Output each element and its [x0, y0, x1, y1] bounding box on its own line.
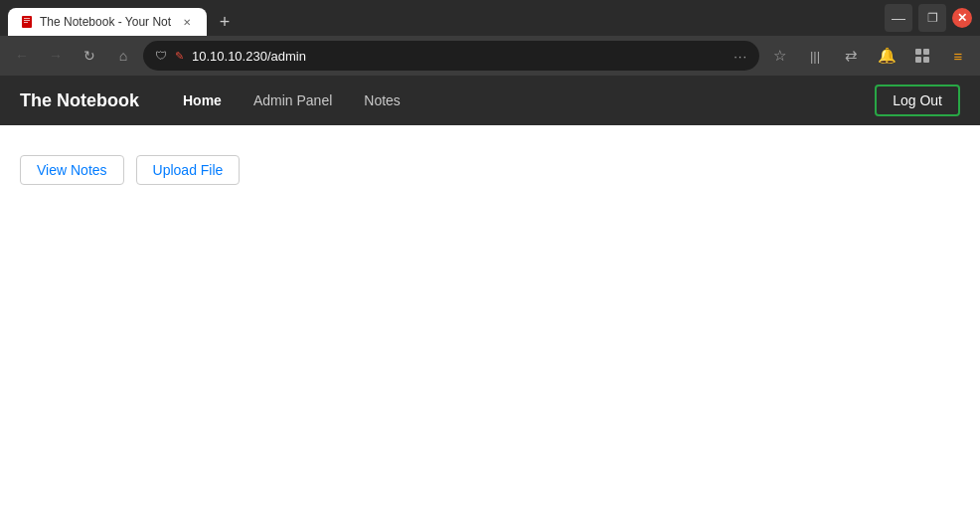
- nav-bar: ← → ↻ ⌂ 🛡 ✎ 10.10.10.230/admin ··· ☆ |||…: [0, 36, 980, 76]
- svg-rect-4: [915, 49, 921, 55]
- reload-button[interactable]: ↻: [76, 42, 103, 70]
- browser-tab[interactable]: The Notebook - Your Not ✕: [8, 8, 207, 36]
- svg-rect-1: [24, 18, 30, 19]
- title-bar: The Notebook - Your Not ✕ + — ❐ ✕: [0, 0, 980, 36]
- maximize-button[interactable]: ❐: [918, 4, 946, 32]
- window-controls: — ❐ ✕: [885, 4, 972, 32]
- close-button[interactable]: ✕: [952, 8, 972, 28]
- library-icon[interactable]: |||: [801, 42, 829, 70]
- view-notes-button[interactable]: View Notes: [20, 155, 124, 185]
- forward-icon: →: [49, 48, 63, 64]
- apps-grid-icon[interactable]: [908, 42, 936, 70]
- back-button[interactable]: ←: [8, 42, 36, 70]
- tab-title: The Notebook - Your Not: [40, 15, 173, 29]
- address-bar[interactable]: 🛡 ✎ 10.10.10.230/admin ···: [143, 41, 759, 71]
- upload-file-button[interactable]: Upload File: [136, 155, 241, 185]
- sync-icon[interactable]: ⇄: [837, 42, 865, 70]
- home-icon: ⌂: [119, 48, 127, 64]
- svg-rect-3: [24, 22, 28, 23]
- app-navbar: The Notebook Home Admin Panel Notes Log …: [0, 76, 980, 125]
- app-nav-links: Home Admin Panel Notes: [169, 86, 875, 114]
- menu-icon[interactable]: ≡: [944, 42, 972, 70]
- logout-button[interactable]: Log Out: [875, 85, 960, 116]
- main-content: View Notes Upload File: [0, 125, 980, 215]
- browser-chrome: The Notebook - Your Not ✕ + — ❐ ✕ ← → ↻ …: [0, 0, 980, 76]
- browser-nav-icons: ☆ ||| ⇄ 🔔 ≡: [765, 42, 972, 70]
- tab-bar: The Notebook - Your Not ✕ +: [8, 0, 877, 36]
- nav-link-notes[interactable]: Notes: [350, 86, 414, 114]
- options-dots-icon: ···: [734, 49, 747, 64]
- svg-rect-5: [923, 49, 929, 55]
- bookmark-icon[interactable]: ☆: [765, 42, 793, 70]
- forward-button[interactable]: →: [42, 42, 70, 70]
- home-button[interactable]: ⌂: [109, 42, 137, 70]
- notification-icon[interactable]: 🔔: [873, 42, 900, 70]
- svg-rect-6: [915, 57, 921, 63]
- app-brand: The Notebook: [20, 90, 139, 111]
- edit-icon: ✎: [175, 50, 184, 63]
- reload-icon: ↻: [83, 48, 95, 64]
- svg-rect-7: [923, 57, 929, 63]
- minimize-button[interactable]: —: [885, 4, 912, 32]
- new-tab-button[interactable]: +: [211, 8, 239, 36]
- svg-rect-2: [24, 20, 30, 21]
- tab-favicon-icon: [20, 15, 34, 29]
- back-icon: ←: [15, 48, 29, 64]
- tab-close-icon[interactable]: ✕: [179, 14, 195, 30]
- nav-link-admin-panel[interactable]: Admin Panel: [240, 86, 346, 114]
- shield-icon: 🛡: [155, 49, 167, 63]
- address-text: 10.10.10.230/admin: [192, 49, 726, 64]
- nav-link-home[interactable]: Home: [169, 86, 236, 114]
